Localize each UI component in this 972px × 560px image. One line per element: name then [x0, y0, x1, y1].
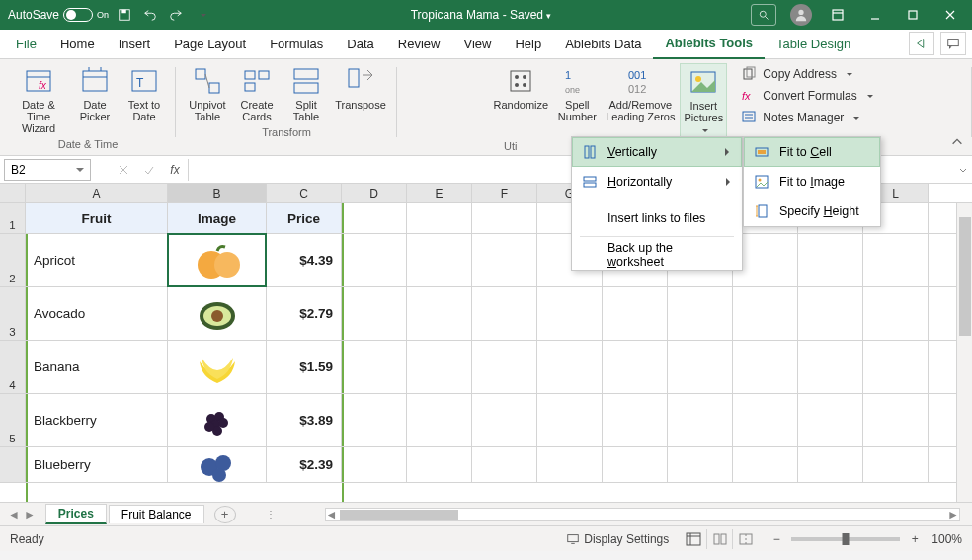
tab-home[interactable]: Home	[48, 30, 107, 59]
cell-c3[interactable]: $2.79	[267, 287, 342, 340]
expand-formula-icon[interactable]	[954, 164, 972, 176]
search-button[interactable]	[751, 4, 776, 26]
undo-icon[interactable]	[140, 5, 160, 25]
ribbon-display-icon[interactable]	[820, 1, 855, 29]
scroll-right-icon[interactable]: ►	[947, 509, 959, 520]
cell-a4[interactable]: Banana	[26, 341, 168, 393]
tab-insert[interactable]: Insert	[107, 30, 163, 59]
insert-pictures-button[interactable]: Insert Pictures	[680, 63, 727, 138]
normal-view-button[interactable]	[681, 529, 706, 549]
cell-b2[interactable]	[168, 234, 267, 286]
redo-icon[interactable]	[166, 5, 186, 25]
split-table-button[interactable]: Split Table	[283, 63, 330, 124]
new-sheet-button[interactable]: +	[214, 506, 236, 523]
cell-c4[interactable]: $1.59	[267, 341, 342, 393]
share-button[interactable]	[909, 32, 934, 55]
tab-ablebits-data[interactable]: Ablebits Data	[553, 30, 653, 59]
cell-b6[interactable]	[168, 447, 267, 482]
row-header-5[interactable]: 5	[0, 394, 26, 446]
cell-a3[interactable]: Avocado	[26, 287, 168, 340]
fx-icon[interactable]: fx	[162, 159, 188, 181]
col-header-c[interactable]: C	[267, 184, 342, 202]
menu-vertically[interactable]: Vertically	[572, 137, 742, 167]
scrollbar-thumb[interactable]	[340, 510, 458, 520]
transpose-button[interactable]: Transpose	[332, 63, 389, 124]
tab-file[interactable]: File	[4, 30, 48, 59]
collapse-ribbon-icon[interactable]	[950, 135, 964, 151]
sheet-next-icon[interactable]: ►	[24, 508, 36, 521]
row-header-1[interactable]: 1	[0, 203, 26, 233]
datetime-wizard-button[interactable]: fx Date & Time Wizard	[8, 63, 69, 136]
cell-a2[interactable]: Apricot	[26, 234, 168, 286]
copy-address-button[interactable]: Copy Address	[735, 63, 878, 85]
randomize-button[interactable]: Randomize	[490, 63, 551, 138]
page-break-view-button[interactable]	[732, 529, 758, 549]
notes-manager-button[interactable]: Notes Manager	[735, 107, 878, 128]
autosave-toggle[interactable]: AutoSave On	[8, 8, 109, 22]
save-icon[interactable]	[115, 5, 134, 25]
row-header-3[interactable]: 3	[0, 287, 26, 340]
menu-horizontally[interactable]: Horizontally	[572, 167, 742, 197]
cell-c1[interactable]: Price	[267, 203, 342, 233]
cell-b3[interactable]	[168, 287, 267, 340]
cell-a1[interactable]: Fruit	[26, 203, 168, 233]
menu-insert-links[interactable]: Insert links to files	[572, 203, 742, 233]
close-icon[interactable]	[932, 1, 968, 29]
leading-zeros-button[interactable]: 001012 Add/Remove Leading Zeros	[603, 63, 678, 138]
unpivot-button[interactable]: Unpivot Table	[184, 63, 231, 124]
cancel-formula-icon[interactable]	[111, 159, 136, 181]
worksheet-grid[interactable]: A B C D E F G H I J K L 1 Fruit Image Pr…	[0, 184, 972, 502]
comments-button[interactable]	[940, 32, 966, 55]
qat-more-icon[interactable]	[192, 5, 211, 25]
tab-page-layout[interactable]: Page Layout	[162, 30, 258, 59]
col-header-a[interactable]: A	[26, 184, 168, 202]
cell-c2[interactable]: $4.39	[267, 234, 342, 286]
spell-number-button[interactable]: 1one Spell Number	[553, 63, 601, 138]
tab-data[interactable]: Data	[335, 30, 385, 59]
tab-table-design[interactable]: Table Design	[765, 30, 862, 59]
sheet-tab-balance[interactable]: Fruit Balance	[109, 505, 204, 523]
cell-a5[interactable]: Blackberry	[26, 394, 168, 446]
tab-help[interactable]: Help	[503, 30, 553, 59]
horizontal-scrollbar[interactable]: ◄ ►	[325, 508, 960, 521]
tab-formulas[interactable]: Formulas	[258, 30, 335, 59]
date-picker-button[interactable]: Date Picker	[71, 63, 119, 136]
cell-c5[interactable]: $3.89	[267, 394, 342, 446]
cell-a6[interactable]: Blueberry	[26, 447, 168, 482]
cell-b4[interactable]	[168, 341, 267, 393]
row-header-2[interactable]: 2	[0, 234, 26, 286]
display-settings-button[interactable]: Display Settings	[566, 532, 669, 546]
tab-view[interactable]: View	[451, 30, 503, 59]
menu-backup[interactable]: Back up the worksheet	[572, 240, 742, 270]
select-all-corner[interactable]	[0, 184, 26, 202]
page-layout-view-button[interactable]	[706, 529, 732, 549]
sheet-prev-icon[interactable]: ◄	[8, 508, 20, 521]
cell-c6[interactable]: $2.39	[267, 447, 342, 482]
menu-fit-to-image[interactable]: Fit to Image	[744, 167, 880, 197]
col-header-f[interactable]: F	[472, 184, 537, 202]
col-header-d[interactable]: D	[342, 184, 407, 202]
create-cards-button[interactable]: Create Cards	[233, 63, 281, 124]
scrollbar-thumb[interactable]	[959, 217, 971, 336]
sheet-tab-prices[interactable]: Prices	[45, 504, 107, 524]
row-header-4[interactable]: 4	[0, 341, 26, 393]
zoom-handle[interactable]	[843, 533, 850, 545]
col-header-e[interactable]: E	[407, 184, 472, 202]
zoom-in-button[interactable]: +	[908, 532, 922, 546]
tab-ablebits-tools[interactable]: Ablebits Tools	[653, 30, 765, 59]
zoom-slider[interactable]	[791, 537, 900, 541]
account-avatar[interactable]	[790, 4, 812, 26]
row-header-6[interactable]	[0, 447, 26, 482]
zoom-out-button[interactable]: −	[770, 532, 783, 546]
minimize-icon[interactable]	[857, 1, 893, 29]
vertical-scrollbar[interactable]	[956, 203, 972, 502]
tab-review[interactable]: Review	[386, 30, 452, 59]
menu-specify-height[interactable]: Specify Height	[744, 197, 880, 226]
maximize-icon[interactable]	[895, 1, 931, 29]
toggle-switch[interactable]	[63, 8, 93, 22]
convert-formulas-button[interactable]: fx Convert Formulas	[735, 85, 878, 107]
enter-formula-icon[interactable]	[136, 159, 162, 181]
scroll-left-icon[interactable]: ◄	[326, 509, 338, 520]
cell-b1[interactable]: Image	[168, 203, 267, 233]
text-to-date-button[interactable]: T Text to Date	[121, 63, 168, 136]
